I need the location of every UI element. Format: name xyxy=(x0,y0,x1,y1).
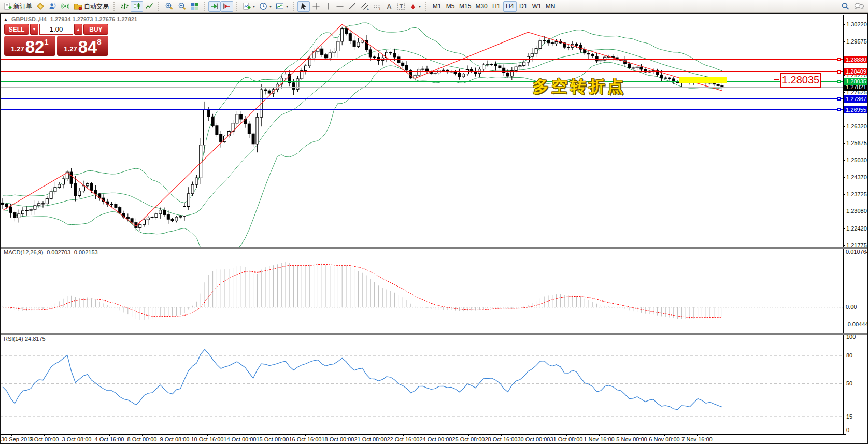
price-level-badge: 1.28035 xyxy=(844,78,868,85)
text-button[interactable]: A xyxy=(383,1,395,12)
signals-icon xyxy=(49,2,57,10)
dropdown-caret-icon[interactable]: ▾ xyxy=(419,4,421,9)
trendline-button[interactable] xyxy=(346,1,359,12)
timeframe-h1[interactable]: H1 xyxy=(490,1,503,12)
chart-shift-button[interactable] xyxy=(221,1,233,12)
timeframe-m15[interactable]: M15 xyxy=(457,1,473,12)
buy-price-pipette: 8 xyxy=(97,37,101,46)
zoom-in-button[interactable] xyxy=(163,1,176,12)
timeframe-m5[interactable]: M5 xyxy=(444,1,457,12)
candlestick-chart-button[interactable] xyxy=(131,1,143,12)
autotrading-button[interactable]: 自动交易 xyxy=(72,1,111,12)
volume-input[interactable]: 1.00 xyxy=(39,24,73,35)
line-chart-button[interactable] xyxy=(143,1,155,12)
equidistant-channel-icon: E xyxy=(361,2,369,10)
sell-button[interactable]: SELL xyxy=(4,24,29,35)
ohlc-values: 1.27934 1.27973 1.27676 1.27821 xyxy=(50,16,137,22)
vertical-line-button[interactable] xyxy=(322,1,334,12)
dropdown-caret-icon[interactable]: ▾ xyxy=(269,4,272,9)
time-axis-label: 30 Oct 00:00 xyxy=(518,436,550,442)
autotrading-label: 自动交易 xyxy=(84,2,109,11)
cursor-button[interactable] xyxy=(297,1,310,12)
time-axis-label: 25 Oct 08:00 xyxy=(452,436,485,442)
signals-button[interactable] xyxy=(47,1,59,12)
rsi-indicator-pane[interactable] xyxy=(0,334,843,434)
svg-text:T: T xyxy=(400,3,403,9)
price-callout-dash xyxy=(774,79,779,80)
horizontal-level-line[interactable] xyxy=(0,87,843,88)
price-axis-label: 1.25675 xyxy=(846,140,867,146)
sell-price-prefix: 1.27 xyxy=(11,45,24,53)
line-endpoint-marker[interactable] xyxy=(837,80,841,83)
time-axis-label: 31 Oct 08:00 xyxy=(550,436,583,442)
macd-axis-zero: 0.00 xyxy=(846,304,857,310)
timeframe-h4[interactable]: H4 xyxy=(503,1,517,12)
chart-header: ▲ GBPUSD-,H4 1.27934 1.27973 1.27676 1.2… xyxy=(4,16,137,22)
new-order-button[interactable]: 新订单 xyxy=(2,1,34,12)
chart-shift-icon xyxy=(223,2,231,10)
news-button[interactable] xyxy=(59,1,72,12)
line-endpoint-marker[interactable] xyxy=(837,70,841,74)
vertical-line-icon xyxy=(324,2,332,10)
wallet-button[interactable] xyxy=(34,1,47,12)
crosshair-button[interactable] xyxy=(310,1,322,12)
main-price-chart[interactable] xyxy=(0,15,843,247)
line-endpoint-marker[interactable] xyxy=(837,97,841,101)
dropdown-caret-icon[interactable]: ▾ xyxy=(286,4,288,9)
rsi-axis-label: 0 xyxy=(846,427,849,433)
bar-chart-button[interactable] xyxy=(118,1,131,12)
timeframe-w1[interactable]: W1 xyxy=(530,1,544,12)
symbol-label: GBPUSD-,H4 xyxy=(11,16,47,22)
sell-price-display[interactable]: 1.27821 xyxy=(4,36,55,56)
indicators-button[interactable]: ▾ xyxy=(240,1,257,12)
candlestick-chart-icon xyxy=(133,2,141,10)
crosshair-icon xyxy=(312,2,320,10)
trendline-icon xyxy=(348,2,357,10)
volume-decrease-button[interactable]: ▼ xyxy=(30,24,38,35)
timeframe-m30[interactable]: M30 xyxy=(473,1,489,12)
timeframe-d1[interactable]: D1 xyxy=(517,1,530,12)
horizontal-level-line[interactable] xyxy=(0,109,843,110)
text-label-button[interactable]: T xyxy=(395,1,407,12)
horizontal-level-line[interactable] xyxy=(0,59,843,60)
buy-price-prefix: 1.27 xyxy=(64,45,77,53)
templates-button[interactable]: ▾ xyxy=(274,1,290,12)
price-level-badge: 1.28409 xyxy=(844,68,868,75)
time-axis-label: 14 Oct 00:00 xyxy=(224,436,257,442)
collapse-chart-icon[interactable]: ▲ xyxy=(4,17,8,22)
line-endpoint-marker[interactable] xyxy=(837,108,841,111)
timeframe-m1[interactable]: M1 xyxy=(430,1,444,12)
macd-indicator-pane[interactable] xyxy=(0,248,843,333)
fibonacci-button[interactable]: F xyxy=(371,1,383,12)
timeframe-mn[interactable]: MN xyxy=(544,1,558,12)
time-axis-label: 15 Oct 08:00 xyxy=(257,436,289,442)
horizontal-line-button[interactable] xyxy=(334,1,346,12)
zoom-out-button[interactable] xyxy=(176,1,189,12)
time-axis-label: 7 Nov 16:00 xyxy=(681,436,712,442)
horizontal-level-line[interactable] xyxy=(0,98,843,99)
channel-button[interactable]: E xyxy=(359,1,371,12)
tile-windows-button[interactable] xyxy=(189,1,201,12)
buy-button[interactable]: BUY xyxy=(83,24,108,35)
macd-axis-max: 0.010764 xyxy=(846,249,868,255)
arrows-button[interactable]: ▾ xyxy=(407,1,423,12)
annotation-text: 多空转折点 xyxy=(533,76,626,97)
fibonacci-icon: F xyxy=(373,2,381,10)
horizontal-level-line[interactable] xyxy=(0,71,843,72)
pane-divider-rsi[interactable] xyxy=(0,333,868,335)
price-axis-label: 1.23725 xyxy=(846,191,867,197)
time-axis-label: 30 Sep 2019 xyxy=(1,436,33,442)
auto-scroll-button[interactable] xyxy=(208,1,221,12)
price-axis-label: 1.23080 xyxy=(846,208,867,214)
buy-price-display[interactable]: 1.27848 xyxy=(57,36,108,56)
periods-button[interactable]: ▾ xyxy=(257,1,274,12)
macd-label: MACD(12,26,9) -0.002703 -0.002153 xyxy=(4,249,98,255)
search-button[interactable] xyxy=(839,1,852,12)
macd-axis-min: -0.004446 xyxy=(846,321,868,327)
volume-increase-button[interactable]: ▲ xyxy=(74,24,82,35)
pane-divider-macd[interactable] xyxy=(0,247,868,249)
dropdown-caret-icon[interactable]: ▾ xyxy=(253,4,255,9)
line-endpoint-marker[interactable] xyxy=(837,58,841,61)
toolbar-separator xyxy=(204,2,206,11)
chat-button[interactable] xyxy=(852,1,866,12)
